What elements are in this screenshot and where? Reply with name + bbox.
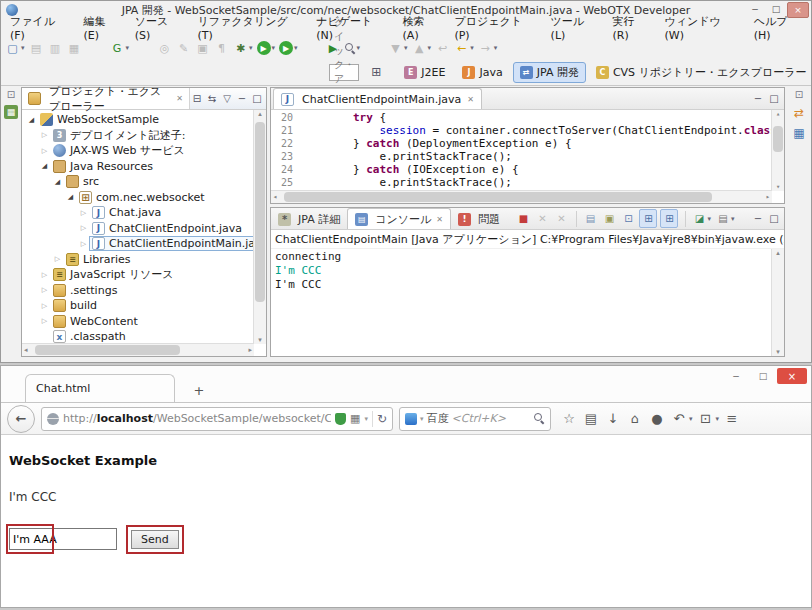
scroll-up-icon[interactable]: ▴ <box>772 249 784 257</box>
quick-access-input[interactable]: クイック・アクセス <box>329 64 359 81</box>
close-icon[interactable]: ✕ <box>436 215 443 224</box>
show-stderr-icon[interactable]: ⊞ <box>660 209 678 228</box>
tree-arrow-icon[interactable]: ▷ <box>39 147 50 155</box>
chevron-down-icon[interactable]: ▾ <box>249 44 253 52</box>
explorer-fastview-icon[interactable]: ▦ <box>4 105 18 119</box>
tree-item[interactable]: ▷.settings <box>22 283 266 299</box>
chevron-down-icon[interactable]: ▾ <box>470 44 474 52</box>
console-view-tab[interactable]: JPA 詳細 <box>271 209 347 229</box>
scrollbar-thumb[interactable] <box>255 122 265 302</box>
maximize-view-icon[interactable]: □ <box>767 213 781 224</box>
send-button[interactable]: Send <box>131 530 179 549</box>
minimize-button[interactable]: − <box>723 368 749 384</box>
chevron-down-icon[interactable]: ▾ <box>404 44 408 52</box>
home-icon[interactable]: ⌂ <box>625 409 645 429</box>
maximize-view-icon[interactable]: □ <box>250 93 264 104</box>
scroll-up-icon[interactable]: ▴ <box>772 110 784 118</box>
tree-arrow-icon[interactable]: ▷ <box>39 302 50 310</box>
shield-icon[interactable] <box>335 413 346 425</box>
console-view-tab[interactable]: コンソール✕ <box>347 208 451 229</box>
debug-icon[interactable]: ✱▾ <box>232 38 254 58</box>
minimize-view-icon[interactable]: − <box>751 93 765 104</box>
tree-arrow-icon[interactable]: ▷ <box>78 240 89 248</box>
close-button[interactable]: × <box>777 368 807 384</box>
tree-item[interactable]: ▷JavaScript リソース <box>22 267 266 283</box>
search-bar[interactable]: ▾ 百度 <Ctrl+K> <box>399 407 551 431</box>
back-icon[interactable]: ←▾ <box>453 38 475 58</box>
collapse-all-icon[interactable]: ⊟ <box>190 93 204 104</box>
scrollbar-thumb[interactable] <box>773 126 783 152</box>
horizontal-scrollbar[interactable]: ◂ ▸ <box>22 343 254 356</box>
restore-view-icon[interactable]: ⊡ <box>7 89 15 100</box>
scroll-right-icon[interactable]: ▸ <box>248 344 252 356</box>
scroll-down-icon[interactable]: ▾ <box>772 183 784 191</box>
code-editor[interactable]: 20 try {21 session = container.connectTo… <box>271 110 784 203</box>
chevron-down-icon[interactable]: ▾ <box>21 44 25 52</box>
chevron-down-icon[interactable]: ▾ <box>126 44 130 52</box>
tree-item[interactable]: ◢com.nec.websocket <box>22 190 266 206</box>
bookmark-star-icon[interactable]: ☆ <box>559 409 579 429</box>
tree-item[interactable]: ▷JAX-WS Web サービス <box>22 143 266 159</box>
menu-icon[interactable]: ≡ <box>722 409 742 429</box>
maximize-view-icon[interactable]: □ <box>767 93 781 104</box>
scrollbar-thumb[interactable] <box>284 192 712 202</box>
vertical-scrollbar[interactable]: ▴ ▾ <box>771 110 784 191</box>
chat-bubble-icon[interactable]: ● <box>647 409 667 429</box>
maximize-button[interactable]: □ <box>750 368 776 384</box>
close-icon[interactable]: ✕ <box>467 95 474 104</box>
tree-item[interactable]: ▷ChatClientEndpoint.java <box>22 221 266 237</box>
chevron-down-icon[interactable]: ▾ <box>294 44 298 52</box>
tree-item[interactable]: ◢src <box>22 174 266 190</box>
perspective-button[interactable]: Java <box>455 63 509 82</box>
sync-view-icon[interactable]: ⇄ <box>794 106 804 120</box>
chevron-down-icon[interactable]: ▾ <box>357 44 361 52</box>
tree-arrow-icon[interactable]: ◢ <box>26 116 37 124</box>
tree-arrow-icon[interactable]: ◢ <box>52 178 63 186</box>
console-view-tab[interactable]: 問題 <box>451 209 507 229</box>
tree-item[interactable]: ▷WebContent <box>22 314 266 330</box>
open-console-icon[interactable]: ◪▾ <box>691 209 712 229</box>
chat-input[interactable] <box>9 528 117 550</box>
close-button[interactable]: × <box>787 2 809 18</box>
tree-arrow-icon[interactable]: ▷ <box>39 317 50 325</box>
scroll-left-icon[interactable]: ◂ <box>273 191 277 203</box>
clip-tool-icon[interactable]: ⊡▾ <box>696 409 721 429</box>
horizontal-scrollbar[interactable]: ◂ ▸ <box>271 190 772 203</box>
perspective-button[interactable]: JPA 開発 <box>513 62 586 83</box>
url-text[interactable]: http://localhost/WebSocketSample/websock… <box>63 412 331 425</box>
minimize-view-icon[interactable]: − <box>235 93 249 104</box>
run-history-icon[interactable]: ▶▾ <box>278 38 299 58</box>
chevron-down-icon[interactable]: ▾ <box>716 415 720 423</box>
new-wizard-icon[interactable]: ▢▾ <box>4 38 26 58</box>
reload-icon[interactable]: ↻ <box>377 412 387 426</box>
tree-item[interactable]: ▷build <box>22 298 266 314</box>
new-console-view-icon[interactable]: ▤▾ <box>715 209 736 229</box>
perspective-button[interactable]: CVS リポジトリー・エクスプローラー <box>589 62 812 83</box>
tree-arrow-icon[interactable]: ▷ <box>39 286 50 294</box>
open-perspective-icon[interactable]: ⊞ <box>371 65 381 79</box>
minimize-view-icon[interactable]: − <box>751 213 765 224</box>
chevron-down-icon[interactable]: ▾ <box>494 44 498 52</box>
show-stdout-icon[interactable]: ⊞ <box>639 209 657 228</box>
scroll-lock-icon[interactable]: ▣ <box>601 209 617 229</box>
vertical-scrollbar[interactable]: ▴ ▾ <box>253 110 266 344</box>
tree-arrow-icon[interactable]: ▷ <box>78 209 89 217</box>
chevron-down-icon[interactable]: ▾ <box>364 415 368 423</box>
tree-item[interactable]: ◢WebSocketSample <box>22 112 266 128</box>
run-icon[interactable]: ▶▾ <box>256 38 277 58</box>
undo-closed-tab-icon[interactable]: ↶▾ <box>669 409 694 429</box>
tree-item[interactable]: ▷デプロイメント記述子: <box>22 128 266 144</box>
tree-arrow-icon[interactable]: ▷ <box>52 255 63 263</box>
clear-console-icon[interactable]: ▤ <box>582 209 598 229</box>
tree-item[interactable]: ◢Java Resources <box>22 159 266 175</box>
chevron-down-icon[interactable]: ▾ <box>428 44 432 52</box>
search-engine-icon[interactable] <box>405 413 417 425</box>
restore-view-icon[interactable]: ⊡ <box>795 89 803 100</box>
perspective-button[interactable]: J2EE <box>397 63 452 82</box>
view-menu-icon[interactable]: ▽ <box>220 93 234 104</box>
tree-item[interactable]: ▷Libraries <box>22 252 266 268</box>
console-output[interactable]: connectingI'm CCCI'm CCC <box>271 249 784 292</box>
explorer-tab[interactable]: プロジェクト・エクスプローラー ✕ <box>22 88 190 109</box>
scrollbar-thumb[interactable] <box>35 345 180 355</box>
tree-arrow-icon[interactable]: ◢ <box>65 193 76 201</box>
